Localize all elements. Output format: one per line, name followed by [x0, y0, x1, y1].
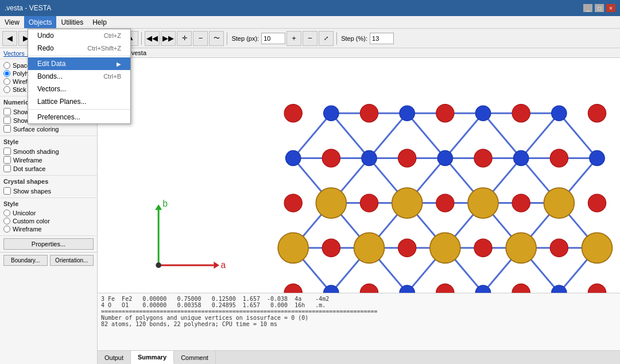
svg-point-59	[552, 106, 567, 121]
plus-px-btn[interactable]: +	[286, 31, 301, 46]
objects-dropdown: Undo Ctrl+Z Redo Ctrl+Shift+Z Edit Data …	[28, 29, 131, 124]
svg-text:b: b	[162, 199, 168, 208]
svg-point-56	[324, 106, 339, 121]
menu-help[interactable]: Help	[88, 16, 111, 28]
wireframe-style2[interactable]: Wireframe	[3, 156, 94, 164]
orientation-button[interactable]: Orientation...	[50, 255, 94, 266]
menu-view[interactable]: View	[0, 16, 24, 28]
smooth-shading[interactable]: Smooth shading	[3, 147, 94, 156]
maximize-button[interactable]: □	[595, 4, 604, 12]
menu-edit-data[interactable]: Edit Data ▶	[28, 57, 130, 70]
svg-point-77	[550, 149, 568, 167]
tab-comment[interactable]: Comment	[174, 351, 216, 364]
separator-4	[336, 32, 337, 45]
svg-point-71	[436, 104, 454, 122]
svg-point-69	[284, 104, 302, 122]
svg-point-52	[354, 233, 385, 263]
crystal-shapes-section: Crystal shapes Show shapes	[0, 176, 97, 198]
svg-point-83	[322, 239, 340, 257]
svg-point-84	[398, 239, 416, 257]
output-line-2: 4 O O1 0.00000 0.00358 0.24895 1.657 0.0…	[101, 302, 617, 308]
style2-title: Style	[3, 138, 94, 145]
output-line-3: ========================================…	[101, 308, 617, 315]
menu-bonds[interactable]: Bonds... Ctrl+B	[28, 70, 130, 83]
step-right-btn[interactable]: ▶▶	[161, 31, 176, 46]
svg-point-51	[278, 233, 308, 263]
menu-vectors[interactable]: Vectors...	[28, 83, 130, 95]
properties-button[interactable]: Properties...	[3, 238, 94, 250]
title: .vesta - VESTA	[5, 4, 51, 12]
svg-point-75	[398, 149, 416, 167]
tab-summary[interactable]: Summary	[131, 351, 174, 364]
style3-section: Style Unicolor Custom color Wireframe	[0, 198, 97, 236]
svg-point-47	[316, 188, 346, 218]
svg-point-57	[400, 106, 414, 121]
wireframe-style3[interactable]: Wireframe	[3, 225, 94, 233]
minimize-button[interactable]: _	[583, 4, 592, 12]
menu-redo[interactable]: Redo Ctrl+Shift+Z	[28, 42, 130, 55]
output-area: 3 Fe Fe2 0.00000 0.75000 0.12500 1.657 -…	[98, 293, 620, 350]
menu-undo[interactable]: Undo Ctrl+Z	[28, 29, 130, 42]
svg-point-74	[322, 149, 340, 167]
output-line-4: Number of polygons and unique vertices o…	[101, 315, 617, 321]
svg-point-78	[284, 194, 302, 212]
svg-point-60	[285, 150, 300, 165]
svg-point-58	[475, 106, 490, 121]
svg-point-53	[430, 233, 460, 263]
menu-lattice-planes[interactable]: Lattice Planes...	[28, 95, 130, 108]
svg-point-50	[544, 188, 574, 218]
svg-point-48	[392, 188, 423, 218]
tab-output[interactable]: Output	[98, 351, 131, 364]
dot-surface[interactable]: Dot surface	[3, 164, 94, 173]
back-button[interactable]: ◀	[2, 31, 17, 46]
menu-objects[interactable]: Objects	[24, 16, 57, 28]
svg-text:a: a	[220, 260, 226, 270]
style2-section: Style Smooth shading Wireframe Dot surfa…	[0, 136, 97, 176]
right-area: CuFe2O4.vesta	[98, 48, 620, 364]
svg-point-72	[512, 104, 530, 122]
crystal-view[interactable]: b a	[98, 58, 620, 293]
svg-point-73	[588, 104, 606, 122]
show-shapes[interactable]: Show shapes	[3, 187, 94, 195]
boundary-button[interactable]: Boundary...	[3, 255, 48, 266]
close-button[interactable]: ×	[606, 4, 615, 12]
unicolor[interactable]: Unicolor	[3, 209, 94, 217]
svg-point-70	[360, 104, 378, 122]
svg-point-86	[550, 239, 568, 257]
custom-color[interactable]: Custom color	[3, 217, 94, 225]
bottom-tabs: Output Summary Comment	[98, 350, 620, 364]
menu-separator-1	[28, 56, 130, 56]
svg-point-80	[436, 194, 454, 212]
svg-point-82	[588, 194, 606, 212]
step-px-input[interactable]	[261, 33, 285, 44]
svg-point-61	[362, 150, 377, 165]
output-line-1: 3 Fe Fe2 0.00000 0.75000 0.12500 1.657 -…	[101, 296, 617, 302]
tab-title: CuFe2O4.vesta	[98, 48, 620, 58]
minus-btn[interactable]: −	[193, 31, 208, 46]
svg-point-64	[590, 150, 604, 165]
crosshair-btn[interactable]: ✛	[177, 31, 192, 46]
surface-coloring[interactable]: Surface coloring	[3, 125, 94, 133]
menu-separator-2	[28, 109, 130, 110]
menu-utilities[interactable]: Utilities	[56, 16, 88, 28]
step-px-label: Step (px):	[231, 35, 259, 42]
wave-btn[interactable]: 〜	[209, 31, 224, 46]
svg-point-54	[506, 233, 536, 263]
fit-btn[interactable]: ⤢	[319, 31, 334, 46]
crystal-svg: b a	[98, 58, 620, 293]
svg-point-55	[582, 233, 613, 263]
minus-px-btn[interactable]: −	[303, 31, 317, 46]
window-controls[interactable]: _ □ ×	[583, 4, 615, 12]
menu-preferences[interactable]: Preferences...	[28, 111, 130, 123]
svg-point-62	[437, 150, 452, 165]
svg-point-76	[474, 149, 492, 167]
separator-3	[227, 32, 227, 45]
svg-point-98	[156, 262, 161, 268]
step-left-btn[interactable]: ◀◀	[145, 31, 160, 46]
svg-point-49	[468, 188, 498, 218]
step-pct-input[interactable]	[370, 33, 394, 44]
menubar: View Objects Utilities Help Undo Ctrl+Z …	[0, 16, 620, 29]
style3-title: Style	[3, 200, 94, 207]
svg-point-81	[512, 194, 530, 212]
svg-point-85	[474, 239, 492, 257]
